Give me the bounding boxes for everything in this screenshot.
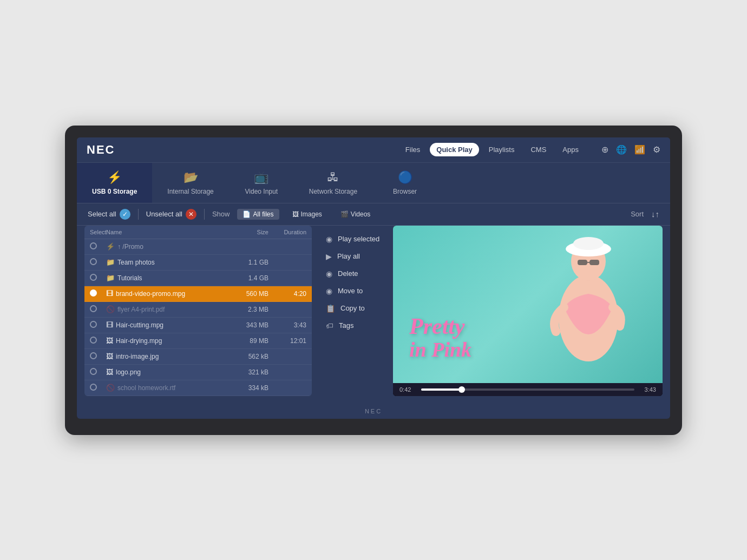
file-row-school-homework: 🚫 school homework.rtf 334 kB: [84, 380, 312, 396]
show-label: Show: [212, 210, 230, 218]
main-content: Select Name Size Duration ⚡ ↑ /Promo: [77, 226, 670, 404]
file-row-hair-cutting[interactable]: 🎞 Hair-cutting.mpg 343 MB 3:43: [84, 318, 312, 333]
divider-1: [138, 209, 139, 220]
filter-videos[interactable]: 🎬 Videos: [335, 209, 376, 220]
nav-items: Files Quick Play Playlists CMS Apps: [399, 143, 585, 156]
school-homework-name: 🚫 school homework.rtf: [106, 384, 225, 392]
hair-cutting-duration: 3:43: [268, 321, 306, 329]
nav-files[interactable]: Files: [399, 143, 427, 156]
unselect-all-button[interactable]: Unselect all ✕: [146, 209, 196, 220]
radio-intro-image: [90, 352, 106, 361]
tv-screen: NEC Files Quick Play Playlists CMS Apps …: [77, 137, 670, 419]
context-delete[interactable]: ◉ Delete: [317, 266, 393, 282]
delete-icon: ◉: [326, 269, 332, 278]
video-panel: Pretty in Pink: [393, 226, 663, 396]
tab-internal-storage[interactable]: 📂 Internal Storage: [152, 163, 228, 203]
network-icon: 🖧: [327, 170, 339, 185]
storage-tabs: ⚡ USB 0 Storage 📂 Internal Storage 📺 Vid…: [77, 163, 670, 203]
wifi-icon[interactable]: 📶: [634, 144, 645, 155]
hair-cutting-name: 🎞 Hair-cutting.mpg: [106, 321, 225, 329]
context-tags[interactable]: 🏷 Tags: [317, 318, 393, 334]
folder-icon-2: 📁: [106, 274, 115, 282]
nav-icons: ⊕ 🌐 📶 ⚙: [601, 144, 660, 155]
video-file-icon-1: 🎞: [106, 289, 113, 298]
tab-network-storage[interactable]: 🖧 Network Storage: [294, 163, 372, 203]
video-overlay-text: Pretty in Pink: [409, 314, 471, 361]
globe-icon[interactable]: 🌐: [616, 144, 627, 155]
move-to-icon: ◉: [326, 287, 332, 295]
nav-quickplay[interactable]: Quick Play: [430, 143, 479, 156]
videos-icon: 🎬: [340, 210, 349, 218]
unselect-all-label: Unselect all: [146, 210, 182, 218]
radio-hair-drying: [90, 337, 106, 345]
browser-icon: 🔵: [398, 170, 412, 185]
tags-icon: 🏷: [326, 321, 333, 330]
file-row-logo[interactable]: 🖼 logo.png 321 kB: [84, 365, 312, 380]
play-selected-icon: ◉: [326, 235, 332, 243]
flyer-size: 2.3 MB: [225, 306, 268, 313]
col-duration: Duration: [268, 229, 306, 235]
file-row-parent[interactable]: ⚡ ↑ /Promo: [84, 239, 312, 255]
select-all-button[interactable]: Select all ✓: [88, 209, 130, 220]
tutorials-name: 📁 Tutorials: [106, 274, 225, 282]
sort-asc-icon[interactable]: ↓↑: [651, 209, 659, 219]
video-input-icon: 📺: [254, 170, 268, 185]
filter-images[interactable]: 🖼 Images: [287, 209, 327, 220]
radio-tutorials: [90, 274, 106, 282]
nav-cms[interactable]: CMS: [524, 143, 553, 156]
top-nav: NEC Files Quick Play Playlists CMS Apps …: [77, 137, 670, 163]
logo-size: 321 kB: [225, 368, 268, 376]
nec-logo: NEC: [87, 143, 115, 157]
intro-image-size: 562 kB: [225, 353, 268, 360]
select-all-label: Select all: [88, 210, 116, 218]
col-size: Size: [225, 229, 268, 235]
tab-network-label: Network Storage: [309, 188, 357, 195]
filter-all-files[interactable]: 📄 All files: [237, 209, 279, 220]
radio-logo: [90, 368, 106, 377]
brand-video-duration: 4:20: [268, 290, 306, 298]
file-table-header: Select Name Size Duration: [84, 226, 312, 239]
image-file-icon-3: 🖼: [106, 368, 113, 376]
pdf-icon-2: 🚫: [106, 384, 115, 392]
all-files-icon: 📄: [243, 210, 251, 218]
copy-to-icon: 📋: [326, 304, 335, 313]
file-row-tutorials[interactable]: 📁 Tutorials 1.4 GB: [84, 271, 312, 286]
settings-icon[interactable]: ⚙: [653, 144, 660, 155]
nav-playlists[interactable]: Playlists: [482, 143, 521, 156]
video-thumbnail: Pretty in Pink: [393, 226, 663, 383]
tutorials-size: 1.4 GB: [225, 274, 268, 282]
images-icon: 🖼: [292, 210, 299, 218]
hair-drying-size: 89 MB: [225, 337, 268, 345]
context-move-to[interactable]: ◉ Move to: [317, 283, 393, 299]
progress-knob[interactable]: [458, 386, 465, 393]
file-row-team-photos[interactable]: 📁 Team photos 1.1 GB: [84, 255, 312, 271]
context-play-selected[interactable]: ◉ Play selected: [317, 231, 393, 247]
progress-bar[interactable]: [421, 388, 634, 391]
tab-browser[interactable]: 🔵 Browser: [372, 163, 437, 203]
school-homework-size: 334 kB: [225, 384, 268, 392]
sort-label: Sort: [631, 210, 644, 218]
hair-cutting-size: 343 MB: [225, 321, 268, 329]
tab-usb-storage[interactable]: ⚡ USB 0 Storage: [77, 163, 152, 203]
file-row-brand-video[interactable]: 🎞 brand-video-promo.mpg 560 MB 4:20: [84, 286, 312, 302]
file-panel: Select Name Size Duration ⚡ ↑ /Promo: [84, 226, 312, 396]
video-file-icon-2: 🎞: [106, 321, 113, 329]
plus-icon[interactable]: ⊕: [601, 144, 608, 155]
col-select: Select: [90, 229, 106, 235]
file-row-hair-drying[interactable]: 🖼 Hair-drying.mpg 89 MB 12:01: [84, 333, 312, 349]
usb-small-icon: ⚡: [106, 242, 115, 251]
context-play-all[interactable]: ▶ Play all: [317, 248, 393, 265]
col-name: Name: [106, 229, 225, 235]
progress-fill: [421, 388, 462, 391]
tab-video-input[interactable]: 📺 Video Input: [229, 163, 294, 203]
file-row-intro-image[interactable]: 🖼 intro-image.jpg 562 kB: [84, 349, 312, 365]
nav-apps[interactable]: Apps: [556, 143, 585, 156]
current-time: 0:42: [399, 386, 416, 393]
intro-image-name: 🖼 intro-image.jpg: [106, 352, 225, 360]
tab-browser-label: Browser: [393, 188, 417, 195]
pdf-icon-1: 🚫: [106, 305, 115, 313]
tab-video-label: Video Input: [245, 188, 278, 195]
file-row-flyer: 🚫 flyer A4-print.pdf 2.3 MB: [84, 302, 312, 318]
radio-school: [90, 384, 106, 392]
context-copy-to[interactable]: 📋 Copy to: [317, 300, 393, 317]
